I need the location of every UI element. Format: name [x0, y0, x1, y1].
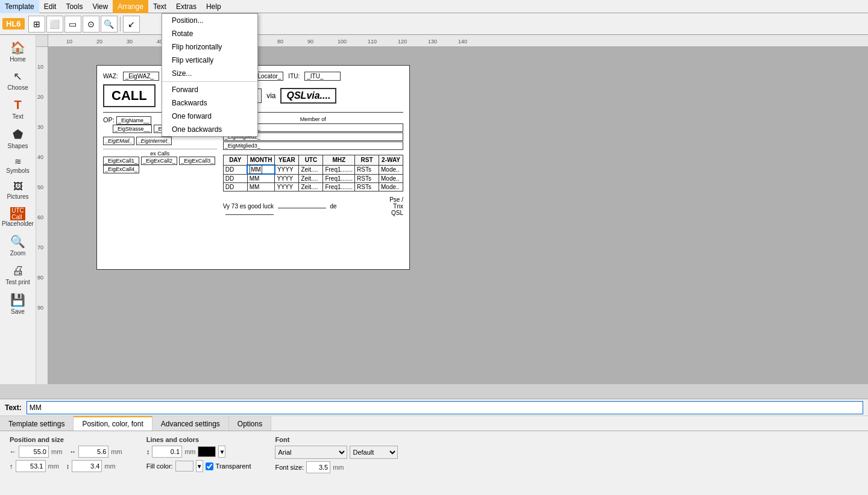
transparent-checkbox[interactable] — [206, 462, 213, 470]
menu-rotate[interactable]: Rotate — [162, 27, 257, 40]
menu-arrange[interactable]: Arrange — [113, 0, 148, 13]
w-unit: mm — [111, 448, 122, 455]
menu-backwards[interactable]: Backwards — [162, 96, 257, 110]
sidebar-label-testprint: Test print — [5, 279, 30, 285]
font-size-label: Font size: — [275, 464, 304, 471]
excall1-field[interactable]: _EigExCall1_ — [103, 157, 139, 165]
y-input[interactable] — [16, 460, 46, 472]
font-style-select[interactable]: Default — [350, 446, 398, 459]
waz-field[interactable]: _EigWAZ_ — [123, 72, 159, 81]
ruler-mark-30: 30 — [127, 39, 133, 45]
row2-month: MM — [247, 174, 275, 183]
sidebar-item-home[interactable]: 🏠 Home — [2, 37, 34, 66]
tab-options[interactable]: Options — [229, 416, 271, 431]
sidebar-item-text[interactable]: T Text — [2, 95, 34, 123]
h-input[interactable] — [72, 460, 102, 472]
menu-one-backwards[interactable]: One backwards — [162, 123, 257, 136]
sidebar-item-placeholder[interactable]: UTCCall Placeholder — [2, 204, 34, 230]
canvas-area[interactable]: 10 20 30 40 50 60 70 80 90 100 110 120 1… — [36, 35, 868, 384]
sidebar-item-zoom[interactable]: 🔍 Zoom — [2, 231, 34, 260]
member3-field[interactable]: _EigMitglied3_ — [223, 142, 403, 150]
lines-colors-label: Lines and colors — [146, 436, 251, 443]
zoom-button[interactable]: 🔍 — [101, 16, 118, 33]
excall4-field[interactable]: _EigExCall4_ — [103, 165, 139, 173]
fill-label: Fill color: — [146, 462, 173, 470]
bottom-panel: Text: Template settings Position, color,… — [0, 399, 868, 495]
zoom-fit-button[interactable]: ⊙ — [83, 16, 99, 33]
font-family-select[interactable]: Arial — [275, 446, 347, 459]
qsl-via-field[interactable]: QSLvia.... — [280, 88, 336, 104]
menu-forward[interactable]: Forward — [162, 83, 257, 96]
table-row: DD MM YYYY Zeit.... Freq1....... RSTs Mo… — [223, 165, 403, 174]
save-icon: 💾 — [10, 293, 25, 307]
text-icon: T — [14, 98, 21, 112]
ruler-mark-90: 90 — [307, 39, 313, 45]
menu-template[interactable]: Template — [0, 0, 39, 13]
text-input[interactable] — [27, 401, 863, 414]
sidebar-item-choose[interactable]: ↖ Choose — [2, 67, 34, 94]
qsl-footer: Vy 73 es good luck de Pse / Tnx QSL — [223, 196, 403, 216]
op-street-field[interactable]: _EigStrasse__ — [113, 125, 152, 133]
row2-mhz: Freq1....... — [323, 174, 355, 183]
sidebar-item-symbols[interactable]: ≋ Symbols — [2, 154, 34, 177]
excall2-field[interactable]: _EigExCall2_ — [141, 157, 177, 165]
menubar: Template Edit Tools View Arrange Text Ex… — [0, 0, 868, 13]
ruler-v-90: 90 — [37, 305, 43, 311]
menu-tools[interactable]: Tools — [61, 0, 87, 13]
extra-button[interactable]: ↙ — [123, 16, 140, 33]
fill-color-dropdown[interactable]: ▼ — [196, 460, 203, 472]
email-field[interactable]: _EigEMail_ — [103, 137, 134, 145]
font-label: Font — [275, 436, 398, 443]
sidebar-label-symbols: Symbols — [6, 167, 29, 174]
menu-text[interactable]: Text — [148, 0, 171, 13]
line-color-swatch[interactable] — [198, 446, 216, 457]
w-input[interactable] — [78, 446, 108, 458]
menu-edit[interactable]: Edit — [39, 0, 61, 13]
font-size-row: Font size: mm — [275, 461, 398, 473]
menu-flip-v[interactable]: Flip vertically — [162, 54, 257, 67]
app-badge: HL6 — [2, 18, 25, 30]
thickness-input[interactable] — [152, 446, 182, 458]
col-utc: UTC — [299, 155, 323, 166]
font-size-input[interactable] — [306, 461, 330, 473]
x-input[interactable] — [19, 446, 49, 458]
qsl-call-big[interactable]: CALL — [103, 84, 156, 107]
table-row: DD MM YYYY Zeit.... Freq1....... RSTs Mo… — [223, 174, 403, 183]
rect-button[interactable]: ▭ — [64, 16, 81, 33]
op-name-field[interactable]: _EigName__ — [116, 116, 151, 125]
qsl-log-table: DAY MONTH YEAR UTC MHZ RST 2-WAY — [223, 155, 403, 191]
row3-utc: Zeit.... — [299, 183, 323, 191]
sidebar-label-pictures: Pictures — [7, 193, 28, 200]
row1-mode: Mode.. — [379, 165, 403, 174]
menu-position[interactable]: Position... — [162, 14, 257, 27]
sidebar-item-pictures[interactable]: 🖼 Pictures — [2, 178, 34, 203]
menu-flip-h[interactable]: Flip horizontally — [162, 40, 257, 54]
table-header-row: DAY MONTH YEAR UTC MHZ RST 2-WAY — [223, 155, 403, 166]
h-arrow-icon: ↕ — [66, 462, 70, 470]
text-bar-label: Text: — [5, 403, 22, 412]
menu-help[interactable]: Help — [201, 0, 226, 13]
line-color-dropdown[interactable]: ▼ — [218, 446, 225, 458]
fill-color-swatch[interactable] — [175, 461, 193, 472]
itu-field[interactable]: _ITU_ — [304, 72, 341, 81]
excall3-field[interactable]: _EigExCall3_ — [179, 157, 215, 165]
tab-advanced-settings[interactable]: Advanced settings — [153, 416, 229, 431]
lines-colors-group: Lines and colors ↕ mm ▼ Fill color: ▼ Tr… — [146, 436, 251, 473]
sidebar-item-shapes[interactable]: ⬟ Shapes — [2, 124, 34, 152]
thickness-unit: mm — [184, 448, 195, 455]
menu-view[interactable]: View — [87, 0, 113, 13]
tab-template-settings[interactable]: Template settings — [0, 416, 74, 431]
menu-extras[interactable]: Extras — [171, 0, 201, 13]
sidebar-item-testprint[interactable]: 🖨 Test print — [2, 261, 34, 288]
x-unit: mm — [51, 448, 62, 455]
sidebar-item-save[interactable]: 💾 Save — [2, 290, 34, 318]
internet-field[interactable]: _EigInternet_ — [136, 137, 172, 145]
select-button[interactable]: ⬜ — [46, 16, 63, 33]
excalls-label: ex Calls — [103, 149, 217, 157]
grid-button[interactable]: ⊞ — [28, 16, 45, 33]
sidebar-label-placeholder: Placeholder — [2, 220, 34, 227]
menu-size[interactable]: Size... — [162, 67, 257, 80]
menu-one-forward[interactable]: One forward — [162, 110, 257, 123]
ruler-mark-110: 110 — [368, 39, 377, 45]
tab-position-color[interactable]: Position, color, font — [74, 416, 152, 431]
